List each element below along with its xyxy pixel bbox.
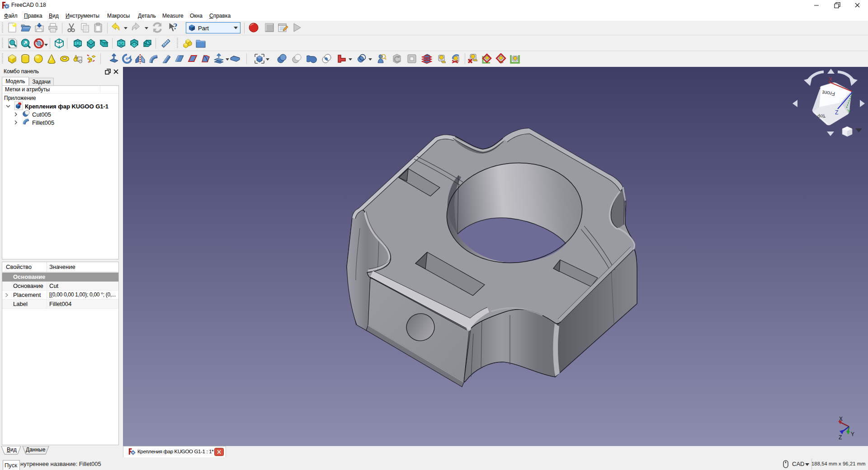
svg-text:X: X xyxy=(839,416,843,422)
svg-text:Y: Y xyxy=(847,108,851,114)
svg-text:Z: Z xyxy=(835,109,838,116)
svg-text:Y: Y xyxy=(851,431,854,437)
svg-text:Z: Z xyxy=(839,434,842,441)
svg-text:X: X xyxy=(829,76,832,82)
